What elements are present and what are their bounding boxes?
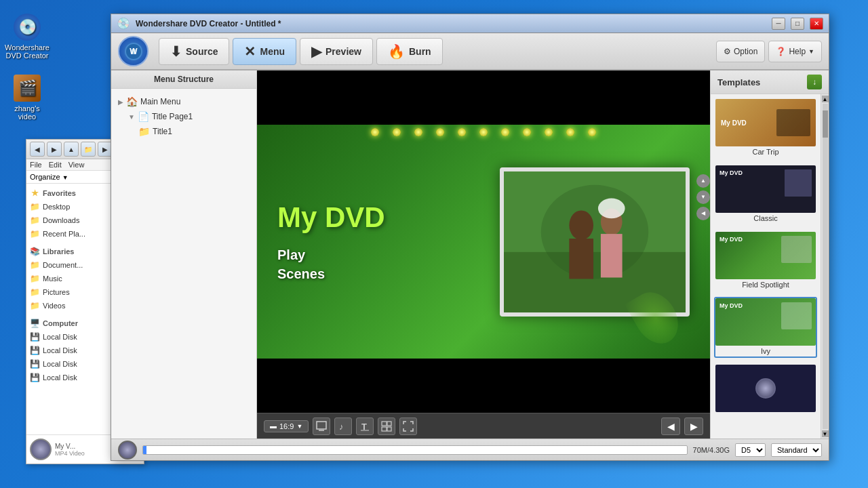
- maximize-btn[interactable]: □: [791, 18, 804, 30]
- menu-tree-main-menu[interactable]: ▶ 🏠 Main Menu: [115, 94, 253, 109]
- burn-btn[interactable]: 🔥 Burn: [376, 38, 443, 65]
- edit-text-btn[interactable]: [313, 418, 330, 435]
- spotlight-6: [479, 128, 488, 136]
- help-btn[interactable]: ❓ Help ▼: [768, 41, 822, 62]
- ctrl-btn-2[interactable]: ▼: [696, 190, 710, 204]
- next-page-btn[interactable]: ▶: [684, 418, 703, 435]
- template-last[interactable]: [714, 363, 817, 413]
- last-disc-icon: [755, 378, 776, 399]
- menu-tree: ▶ 🏠 Main Menu ▼ 📄 Title Page1 📁 Title1: [111, 89, 256, 439]
- desktop-icon-zhang-video[interactable]: 🎬 zhang's video: [3, 75, 51, 121]
- screen-controls: ▲ ▼ ◀: [696, 174, 710, 220]
- text-tool-btn[interactable]: T: [356, 418, 374, 435]
- status-progress-bar: [142, 445, 688, 455]
- desktop-folder-icon: 📁: [29, 201, 40, 212]
- svg-point-10: [598, 198, 625, 218]
- screen-container: ▲ ▼ ◀: [500, 167, 690, 317]
- template-ivy[interactable]: My DVD Ivy: [714, 297, 817, 358]
- templates-download-btn[interactable]: ↓: [807, 75, 822, 89]
- template-car-trip[interactable]: My DVD Car Trip: [714, 98, 817, 159]
- chapters-btn[interactable]: [378, 418, 395, 435]
- preview-screen-img: [504, 171, 686, 312]
- explorer-menu-file[interactable]: File: [30, 161, 42, 169]
- minimize-btn[interactable]: ─: [772, 18, 785, 30]
- template-car-trip-name: Car Trip: [715, 146, 816, 157]
- preview-bottom-bar: [257, 359, 710, 413]
- prev-page-btn[interactable]: ◀: [661, 418, 680, 435]
- scroll-thumb[interactable]: [823, 110, 828, 138]
- nav-forward-btn[interactable]: ▶: [47, 142, 62, 157]
- desktop-icon-wondershare[interactable]: 💿 Wondershare DVD Creator: [3, 14, 51, 60]
- nav-back-btn[interactable]: ◀: [30, 142, 45, 157]
- template-classic[interactable]: My DVD Classic: [714, 164, 817, 225]
- template-last-thumb: [715, 365, 816, 412]
- aspect-ratio-selector[interactable]: ▬ 16:9 ▼: [264, 420, 309, 432]
- main-menu-home-icon: 🏠: [126, 96, 138, 107]
- fullscreen-btn[interactable]: [399, 418, 417, 435]
- menu-tree-title-page1[interactable]: ▼ 📄 Title Page1: [115, 109, 253, 124]
- libraries-label: Libraries: [43, 247, 74, 256]
- close-btn[interactable]: ✕: [810, 18, 823, 30]
- panel-header: Menu Structure: [111, 70, 256, 89]
- scroll-up-btn[interactable]: ▲: [822, 96, 829, 102]
- svg-rect-16: [382, 422, 387, 426]
- preview-text-area: My DVD Play Scenes: [277, 201, 500, 282]
- downloads-folder-icon: 📁: [29, 215, 40, 226]
- template-classic-name: Classic: [715, 213, 816, 224]
- template-field-spotlight[interactable]: My DVD Field Spotlight: [714, 230, 817, 291]
- status-disc-select[interactable]: D5 D9: [735, 443, 766, 457]
- organize-arrow[interactable]: ▼: [62, 174, 68, 181]
- scroll-down-btn[interactable]: ▼: [822, 430, 829, 437]
- center-panel: My DVD Play Scenes: [257, 70, 710, 439]
- ctrl-btn-1[interactable]: ▲: [696, 174, 710, 188]
- dvd-menu-play[interactable]: Play: [277, 247, 500, 263]
- spotlight-7: [501, 128, 509, 136]
- explorer-menu-edit[interactable]: Edit: [49, 161, 62, 169]
- music-icon: 📁: [29, 273, 40, 284]
- computer-label: Computer: [43, 319, 78, 327]
- classic-text: My DVD: [719, 169, 781, 176]
- svg-rect-19: [387, 427, 391, 431]
- ivy-img: [781, 302, 812, 329]
- spotlight-11: [588, 128, 596, 136]
- explorer-menu-view[interactable]: View: [68, 161, 85, 169]
- help-icon: ❓: [776, 47, 786, 56]
- title-page-label: Title Page1: [152, 112, 193, 121]
- menu-btn[interactable]: ✕ Menu: [233, 38, 296, 65]
- media-info: My V... MP4 Video: [55, 443, 85, 457]
- status-quality-select[interactable]: Standard High: [771, 443, 822, 457]
- menu-tree-title1[interactable]: 📁 Title1: [115, 124, 253, 139]
- desktop: 💿 Wondershare DVD Creator 🎬 zhang's vide…: [0, 0, 868, 488]
- nav-folder-btn[interactable]: 📁: [81, 142, 96, 157]
- music-btn[interactable]: ♪: [334, 418, 352, 435]
- right-panel: Templates ↓ My DVD Car Trip: [710, 70, 829, 439]
- drive2-icon: 💾: [29, 345, 40, 356]
- app-icon: 💿: [117, 17, 130, 30]
- field-img: [781, 236, 812, 263]
- organize-btn[interactable]: Organize: [30, 173, 60, 181]
- template-ivy-name: Ivy: [715, 346, 816, 357]
- status-progress-fill: [143, 446, 146, 454]
- source-btn[interactable]: ⬇ Source: [159, 38, 229, 65]
- computer-icon: 🖥️: [29, 318, 40, 329]
- spotlight-2: [393, 128, 401, 136]
- template-classic-thumb: My DVD: [715, 165, 816, 213]
- spotlight-5: [458, 128, 466, 136]
- recent-folder-icon: 📁: [29, 228, 40, 239]
- ctrl-btn-3[interactable]: ◀: [696, 207, 710, 220]
- favorites-label: Favorites: [43, 189, 76, 197]
- preview-area: My DVD Play Scenes: [257, 70, 710, 413]
- app-statusbar: 70M/4.30G D5 D9 Standard High: [111, 439, 829, 460]
- templates-list: My DVD Car Trip My DVD Classic: [711, 94, 821, 439]
- nav-up-btn[interactable]: ▲: [64, 142, 79, 157]
- zhang-video-label: zhang's video: [14, 104, 40, 121]
- spotlight-4: [436, 128, 444, 136]
- title-page-icon: 📄: [138, 111, 149, 122]
- svg-rect-7: [569, 239, 593, 279]
- preview-btn[interactable]: ▶ Preview: [300, 38, 373, 65]
- option-label: Option: [734, 47, 757, 56]
- dvd-menu-scenes[interactable]: Scenes: [277, 266, 500, 282]
- ivy-text: My DVD: [719, 302, 781, 309]
- preview-screen: [500, 167, 690, 317]
- option-btn[interactable]: ⚙ Option: [716, 41, 765, 62]
